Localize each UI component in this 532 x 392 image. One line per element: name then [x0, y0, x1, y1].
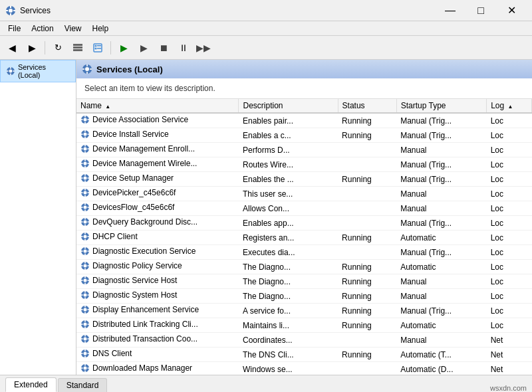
toolbar-refresh[interactable]: ↻: [49, 39, 67, 57]
svg-rect-59: [84, 195, 86, 197]
svg-point-87: [84, 264, 87, 268]
service-icon: [80, 334, 90, 343]
table-row[interactable]: DNS Client The DNS Cli...RunningAutomati…: [76, 347, 532, 362]
toolbar-pause2[interactable]: ⏸: [174, 39, 193, 57]
tab-extended[interactable]: Extended: [5, 377, 57, 392]
table-row[interactable]: Distributed Link Tracking Cli... Maintai…: [76, 318, 532, 333]
close-button[interactable]: ✕: [496, 0, 527, 21]
table-row[interactable]: Diagnostic Service Host The Diagno...Run…: [76, 274, 532, 289]
table-row[interactable]: Diagnostic Policy Service The Diagno...R…: [76, 260, 532, 274]
svg-rect-49: [88, 163, 90, 164]
toolbar: ◀ ▶ ↻ ▶ ▶ ⏹ ⏸ ▶▶: [0, 36, 532, 60]
table-row[interactable]: Device Management Enroll... Performs D..…: [76, 143, 532, 157]
cell-name: Device Setup Manager: [76, 172, 239, 187]
svg-point-33: [84, 133, 87, 136]
maximize-button[interactable]: □: [466, 0, 496, 21]
svg-rect-60: [81, 192, 83, 193]
toolbar-sep2: [110, 41, 111, 54]
svg-point-129: [84, 367, 87, 370]
bottom-bar: Extended Standard wsxdn.com: [0, 375, 532, 392]
svg-point-99: [84, 294, 87, 297]
minimize-button[interactable]: —: [435, 0, 466, 21]
cell-startup: Automatic: [396, 318, 487, 333]
table-row[interactable]: DevicesFlow_c45e6c6f Allows Con...Manual…: [76, 201, 532, 216]
col-header-description[interactable]: Description: [239, 99, 338, 113]
cell-status: Running: [338, 304, 396, 318]
svg-rect-88: [84, 262, 86, 264]
service-name-text: Distributed Link Tracking Cli...: [92, 320, 198, 329]
service-icon: [80, 349, 90, 358]
cell-status: Running: [338, 260, 396, 274]
cell-description: Enables app...: [239, 216, 338, 231]
cell-description: Executes dia...: [239, 245, 338, 260]
svg-rect-2: [10, 6, 11, 8]
col-header-log[interactable]: Log ▲: [487, 99, 532, 113]
services-table-container[interactable]: Name ▲ Description Status Startup Type: [76, 99, 532, 375]
cell-status: Running: [338, 347, 396, 362]
table-row[interactable]: DHCP Client Registers an...RunningAutoma…: [76, 231, 532, 245]
service-icon: [80, 115, 90, 124]
svg-rect-34: [84, 130, 86, 132]
table-row[interactable]: Device Install Service Enables a c...Run…: [76, 128, 532, 143]
svg-rect-109: [88, 309, 90, 310]
service-icon-wrap: DevQuery Background Disc...: [80, 217, 198, 227]
cell-startup: Manual (Trig...: [396, 113, 487, 128]
svg-rect-67: [88, 207, 90, 208]
service-icon-wrap: Distributed Transaction Coo...: [80, 334, 198, 343]
menu-action[interactable]: Action: [26, 23, 59, 35]
svg-rect-112: [84, 320, 86, 322]
svg-rect-115: [88, 324, 90, 325]
svg-rect-132: [81, 367, 83, 369]
svg-rect-55: [88, 177, 90, 179]
col-log-sort: ▲: [508, 104, 513, 110]
svg-rect-114: [81, 324, 83, 325]
sidebar-item-label: Services (Local): [18, 63, 70, 79]
table-row[interactable]: Display Enhancement Service A service fo…: [76, 304, 532, 318]
sidebar-item-services-local[interactable]: Services (Local): [0, 60, 76, 82]
table-row[interactable]: Device Setup Manager Enables the ...Runn…: [76, 172, 532, 187]
col-header-status[interactable]: Status: [338, 99, 396, 113]
col-header-startup[interactable]: Startup Type: [396, 99, 487, 113]
cell-description: Maintains li...: [239, 318, 338, 333]
cell-name: Display Enhancement Service: [76, 304, 239, 318]
tab-standard[interactable]: Standard: [58, 378, 108, 392]
table-row[interactable]: Device Management Wirele... Routes Wire.…: [76, 157, 532, 172]
table-row[interactable]: DevicePicker_c45e6c6f This user se...Man…: [76, 187, 532, 201]
toolbar-view[interactable]: [68, 39, 87, 57]
table-row[interactable]: Diagnostic System Host The Diagno...Runn…: [76, 289, 532, 304]
col-name-sort: ▲: [105, 104, 110, 110]
menu-view[interactable]: View: [59, 23, 87, 35]
table-row[interactable]: Device Association Service Enables pair.…: [76, 113, 532, 128]
cell-status: Running: [338, 231, 396, 245]
svg-point-51: [84, 177, 87, 180]
cell-startup: Automatic: [396, 231, 487, 245]
cell-description: The Diagno...: [239, 289, 338, 304]
window-controls: — □ ✕: [435, 0, 527, 21]
table-row[interactable]: Distributed Transaction Coo... Coordinat…: [76, 333, 532, 347]
table-row[interactable]: Downloaded Maps Manager Windows se...Aut…: [76, 362, 532, 375]
service-icon-wrap: Device Management Wirele...: [80, 159, 197, 168]
svg-point-75: [84, 235, 87, 239]
svg-point-1: [9, 9, 13, 13]
toolbar-forward[interactable]: ▶: [23, 39, 41, 57]
svg-rect-23: [86, 72, 88, 74]
table-row[interactable]: DevQuery Background Disc... Enables app.…: [76, 216, 532, 231]
toolbar-start[interactable]: ▶: [114, 39, 133, 57]
menu-help[interactable]: Help: [87, 23, 114, 35]
toolbar-back[interactable]: ◀: [3, 39, 21, 57]
toolbar-properties[interactable]: [88, 39, 107, 57]
table-row[interactable]: Diagnostic Execution Service Executes di…: [76, 245, 532, 260]
toolbar-restart[interactable]: ▶▶: [194, 39, 213, 57]
svg-rect-6: [73, 44, 82, 46]
service-icon-wrap: Diagnostic Policy Service: [80, 261, 182, 270]
service-name-text: Downloaded Maps Manager: [92, 363, 192, 373]
svg-rect-43: [88, 148, 90, 149]
menu-file[interactable]: File: [3, 23, 26, 35]
services-local-icon: [6, 66, 15, 76]
col-header-name[interactable]: Name ▲: [76, 99, 239, 113]
cell-name: Diagnostic Execution Service: [76, 245, 239, 260]
service-name-text: Diagnostic Policy Service: [92, 261, 182, 270]
toolbar-stop[interactable]: ⏹: [154, 39, 173, 57]
toolbar-pause[interactable]: ▶: [134, 39, 153, 57]
service-name-text: Device Management Enroll...: [92, 144, 195, 153]
